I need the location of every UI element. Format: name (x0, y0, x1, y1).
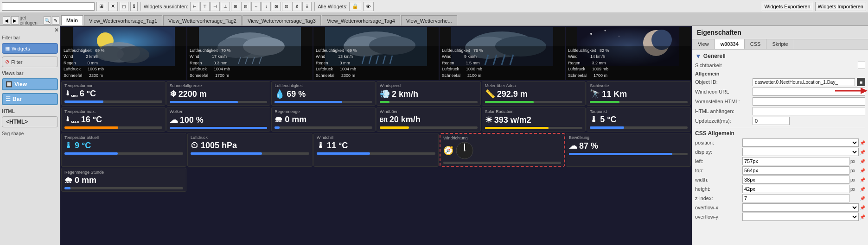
tab-tag1[interactable]: View_Wettervorhersage_Tag1 (84, 15, 162, 25)
css-zindex-input[interactable] (742, 194, 849, 202)
stats-row-2: Temperatur max. 🌡MAX 16 °C Wolken ☁ 100 … (60, 107, 692, 132)
top-pin-btn[interactable]: 📌 (860, 168, 865, 173)
sichtbarkeit-row: Sichtbarkeit (695, 62, 865, 69)
windchill-icon: 🌡 (317, 141, 325, 151)
toolbar-btn-3[interactable]: □ (120, 2, 128, 11)
import-btn[interactable]: Widgets Importieren (815, 2, 866, 11)
align-buttons: ⊢ ⊤ ⊣ ⊥ ⊞ ⊟ ↔ ↕ ⊠ ⊡ ⊻ ⊼ (190, 2, 312, 11)
align-btn-12[interactable]: ⊼ (302, 2, 312, 11)
css-display-select[interactable]: blockinlineflex (742, 148, 859, 156)
css-overflowy-row: overflow-y: hiddenvisiblescroll 📌 (695, 213, 865, 221)
widgets-icon: ▦ (5, 45, 10, 51)
wind-icon-url-input[interactable] (753, 88, 865, 96)
height-pin-btn[interactable]: 📌 (860, 187, 865, 192)
css-width-input[interactable] (742, 176, 849, 184)
css-top-input[interactable] (742, 166, 849, 175)
dew-icon: 🌡 (590, 115, 598, 125)
zindex-pin-btn[interactable]: 📌 (860, 196, 865, 201)
align-btn-6[interactable]: ⊟ (241, 2, 250, 11)
weather-card-4-info: Luftfeuchtigkeit 76 % Wind 9 km/h Regen … (440, 46, 565, 81)
align-btn-11[interactable]: ⊻ (292, 2, 301, 11)
overflowy-pin-btn[interactable]: 📌 (860, 214, 865, 220)
sichtbarkeit-checkbox[interactable] (858, 62, 865, 69)
nav-prev[interactable]: ◀ (3, 16, 10, 25)
align-btn-3[interactable]: ⊣ (211, 2, 220, 11)
object-id-input[interactable] (753, 78, 855, 86)
position-pin-btn[interactable]: 📌 (860, 140, 865, 145)
stat-bewoelkung: Bewölkung ☁ 87 % (566, 133, 691, 167)
weather-img-card-1: Luftfeuchtigkeit 69 % Wind 2 km/h Regen … (61, 27, 186, 80)
content-area: Luftfeuchtigkeit 69 % Wind 2 km/h Regen … (60, 26, 692, 245)
wind-icon-url-row: Wind icon URL (695, 88, 865, 96)
align-btn-5[interactable]: ⊞ (231, 2, 240, 11)
width-pin-btn[interactable]: 📌 (860, 177, 865, 182)
css-left-input[interactable] (742, 157, 849, 165)
nav-next[interactable]: ▶ (11, 16, 19, 25)
stat-regenmenge: Regenmenge 🌧 0 mm (271, 107, 376, 132)
updatezeit-row: Updatezeit(ms): (695, 117, 865, 125)
align-btn-7[interactable]: ↔ (251, 2, 261, 11)
right-tab-w00334[interactable]: w00334 (715, 39, 745, 49)
widget-name-input[interactable]: w00334 (basic - String img src) (2, 2, 95, 11)
display-pin-btn[interactable]: 📌 (860, 150, 865, 155)
filter-btn[interactable]: ⊘ Filter (2, 57, 58, 67)
right-tab-view[interactable]: View (692, 39, 715, 49)
html-anhaengen-input[interactable] (753, 107, 865, 115)
align-btn-1[interactable]: ⊢ (190, 2, 199, 11)
eye-btn[interactable]: 👁 (363, 2, 374, 11)
tab-tag3[interactable]: View_Wettervorhersage_Tag3 (243, 15, 321, 25)
stats-row-3: Temperatur aktuell 🌡 9 °C Luftdruck ⏲ 10… (60, 133, 692, 192)
tab-main[interactable]: Main (61, 15, 83, 25)
sidebar-close-btn[interactable]: ✕ (54, 27, 59, 33)
toolbar-btn-2[interactable]: ✕ (108, 2, 118, 11)
css-height-row: height: px 📌 (695, 185, 865, 193)
tab-tag5[interactable]: View_Wettervorhe... (401, 15, 457, 25)
css-position-select[interactable]: absoluterelativefixed (742, 138, 859, 147)
toolbar-btn-info[interactable]: ℹ (130, 2, 138, 11)
align-btn-10[interactable]: ⊡ (282, 2, 291, 11)
gust-icon: Bft (380, 117, 388, 123)
stat-windchill: Windchill 🌡 11 °C (313, 133, 439, 167)
updatezeit-input[interactable] (753, 117, 790, 125)
align-btn-4[interactable]: ⊥ (221, 2, 230, 11)
svg-point-35 (619, 36, 619, 37)
right-panel-title: Eigenschaften (692, 26, 868, 39)
tab-tag2[interactable]: View_Wettervorhersage_Tag2 (163, 15, 242, 25)
altitude-icon: 📏 (485, 89, 495, 99)
align-btn-9[interactable]: ⊠ (272, 2, 281, 11)
object-id-btn[interactable]: ■ (857, 78, 865, 86)
voranstellen-label: Voranstellen HTML: (695, 99, 751, 104)
rain-icon: 🌧 (274, 115, 283, 125)
export-btn[interactable]: Widgets Exportieren (762, 2, 813, 11)
html-btn[interactable]: <HTML> (2, 116, 58, 127)
tab-tag4[interactable]: View_Wettervorhersage_Tag4 (322, 15, 400, 25)
separator-1 (140, 2, 141, 11)
toolbar-btn-1[interactable]: ⊞ (96, 2, 106, 11)
stat-meter-adria: Meter über Adria 📏 292.9 m (482, 81, 586, 106)
view-btn[interactable]: 🔲 View (2, 78, 58, 90)
css-height-input[interactable] (742, 185, 849, 193)
filter-generell-icon: ▼ (695, 52, 702, 60)
right-tab-css[interactable]: CSS (745, 39, 767, 49)
css-overflowx-select[interactable]: hiddenvisiblescroll (742, 203, 859, 212)
align-btn-2[interactable]: ⊤ (200, 2, 210, 11)
edit-icon[interactable]: ✎ (52, 16, 59, 25)
stat-temp-aktuell: Temperatur aktuell 🌡 9 °C (61, 133, 186, 167)
bar-btn[interactable]: ☰ Bar (2, 93, 58, 105)
temp-min-icon: 🌡MIN (64, 89, 78, 98)
lock-btn[interactable]: 🔒 (349, 2, 361, 11)
search-icon[interactable]: 🔍 (44, 16, 51, 25)
temp-aktuell-icon: 🌡 (64, 141, 73, 151)
right-tab-skripte[interactable]: Skripte (766, 39, 794, 49)
weather-img-card-3: Luftfeuchtigkeit 69 % Wind 13 km/h Regen… (313, 27, 439, 80)
wind-icon: 💨 (380, 89, 390, 99)
left-pin-btn[interactable]: 📌 (860, 159, 865, 164)
overflowx-pin-btn[interactable]: 📌 (860, 205, 865, 210)
widgets-btn[interactable]: ▦ Widgets (2, 43, 58, 54)
stat-solar: Solar Radiation ☀ 393 w/m2 (482, 107, 586, 132)
css-overflowy-select[interactable]: hiddenvisiblescroll (742, 213, 859, 221)
stat-schneefallgrenze: Schneefallgrenze ❄ 2200 m (166, 81, 271, 106)
voranstellen-input[interactable] (753, 97, 865, 106)
svg-point-33 (590, 33, 592, 35)
align-btn-8[interactable]: ↕ (262, 2, 271, 11)
